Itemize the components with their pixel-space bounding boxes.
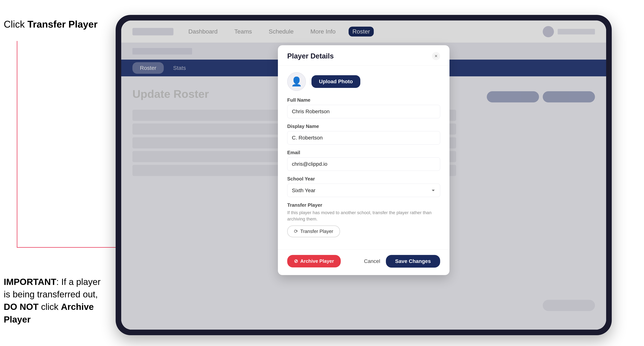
email-label: Email xyxy=(287,150,440,156)
transfer-player-label: Transfer Player xyxy=(287,202,440,208)
modal-overlay: Player Details × 👤 Upload Photo Full Nam xyxy=(121,20,606,330)
tablet-device: Dashboard Teams Schedule More Info Roste… xyxy=(116,15,612,335)
full-name-label: Full Name xyxy=(287,97,440,103)
instruction-bottom: IMPORTANT: If a player is being transfer… xyxy=(4,276,101,326)
modal-body: 👤 Upload Photo Full Name Display Name xyxy=(278,66,450,249)
instruction-top: Click Transfer Player xyxy=(4,19,98,30)
do-not-label: DO NOT xyxy=(4,302,38,312)
school-year-label: School Year xyxy=(287,176,440,182)
instruction-rest-2: click xyxy=(38,302,61,312)
modal-footer: ⊘ Archive Player Cancel Save Changes xyxy=(278,250,450,275)
avatar-placeholder: 👤 xyxy=(287,72,306,91)
instruction-bold: Transfer Player xyxy=(28,19,98,30)
archive-btn-label: Archive Player xyxy=(300,258,334,264)
transfer-player-description: If this player has moved to another scho… xyxy=(287,209,440,222)
display-name-group: Display Name xyxy=(287,124,440,145)
school-year-group: School Year First Year Second Year Third… xyxy=(287,176,440,197)
avatar-section: 👤 Upload Photo xyxy=(287,72,440,91)
transfer-player-button[interactable]: ⟳ Transfer Player xyxy=(287,225,340,237)
archive-icon: ⊘ xyxy=(294,258,298,264)
school-year-select[interactable]: First Year Second Year Third Year Fourth… xyxy=(287,184,440,197)
person-icon: 👤 xyxy=(291,76,302,87)
transfer-btn-label: Transfer Player xyxy=(300,228,333,234)
footer-right-actions: Cancel Save Changes xyxy=(364,255,440,268)
email-input[interactable] xyxy=(287,157,440,171)
player-details-modal: Player Details × 👤 Upload Photo Full Nam xyxy=(278,45,450,275)
upload-photo-button[interactable]: Upload Photo xyxy=(312,75,360,88)
modal-title: Player Details xyxy=(287,52,334,60)
important-label: IMPORTANT xyxy=(4,277,56,287)
modal-close-button[interactable]: × xyxy=(432,52,440,60)
instruction-prefix: Click xyxy=(4,19,28,30)
email-group: Email xyxy=(287,150,440,171)
modal-header: Player Details × xyxy=(278,45,450,66)
full-name-input[interactable] xyxy=(287,105,440,118)
transfer-icon: ⟳ xyxy=(294,228,298,234)
archive-player-button[interactable]: ⊘ Archive Player xyxy=(287,255,341,267)
full-name-group: Full Name xyxy=(287,97,440,118)
transfer-player-section: Transfer Player If this player has moved… xyxy=(287,202,440,237)
save-changes-button[interactable]: Save Changes xyxy=(386,255,440,268)
cancel-button[interactable]: Cancel xyxy=(364,258,380,264)
display-name-label: Display Name xyxy=(287,124,440,129)
tablet-screen: Dashboard Teams Schedule More Info Roste… xyxy=(121,20,606,330)
arrow-vertical xyxy=(17,41,17,248)
display-name-input[interactable] xyxy=(287,131,440,145)
